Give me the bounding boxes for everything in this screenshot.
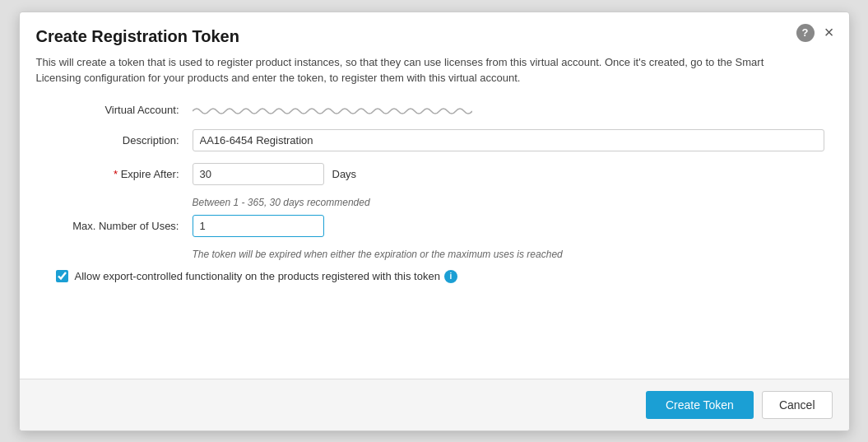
- dialog-footer: Create Token Cancel: [20, 379, 849, 430]
- create-token-button[interactable]: Create Token: [646, 391, 754, 419]
- export-controlled-info-icon[interactable]: i: [444, 270, 457, 283]
- expire-after-field: Days: [193, 163, 824, 185]
- dialog-description: This will create a token that is used to…: [36, 54, 810, 86]
- cancel-button[interactable]: Cancel: [762, 391, 833, 419]
- description-field: [193, 129, 824, 151]
- dialog-header: ? × Create Registration Token This will …: [20, 12, 849, 95]
- expire-after-row: Expire After: Days: [44, 163, 824, 185]
- expire-hint: Between 1 - 365, 30 days recommended: [193, 197, 824, 208]
- virtual-account-field: [193, 103, 824, 118]
- expire-row: Days: [193, 163, 824, 185]
- export-controlled-checkbox[interactable]: [56, 270, 68, 282]
- max-uses-input[interactable]: [193, 215, 324, 237]
- days-label: Days: [332, 168, 357, 180]
- create-registration-token-dialog: ? × Create Registration Token This will …: [19, 12, 850, 431]
- export-controlled-row: Allow export-controlled functionality on…: [56, 270, 824, 283]
- max-uses-row: Max. Number of Uses:: [44, 215, 824, 237]
- virtual-account-row: Virtual Account:: [44, 103, 824, 118]
- export-controlled-label[interactable]: Allow export-controlled functionality on…: [75, 270, 440, 282]
- expire-after-label: Expire After:: [44, 168, 193, 180]
- max-uses-label: Max. Number of Uses:: [44, 220, 193, 232]
- description-input[interactable]: [193, 129, 824, 151]
- dialog-title: Create Registration Token: [36, 27, 833, 46]
- help-icon[interactable]: ?: [796, 24, 815, 42]
- max-uses-field: [193, 215, 824, 237]
- expire-after-input[interactable]: [193, 163, 324, 185]
- virtual-account-label: Virtual Account:: [44, 104, 193, 116]
- expiry-note: The token will be expired when either th…: [193, 249, 824, 260]
- dialog-header-icons: ? ×: [796, 24, 838, 42]
- close-icon[interactable]: ×: [821, 25, 838, 41]
- description-label: Description:: [44, 134, 193, 147]
- virtual-account-squiggle-svg: [193, 103, 472, 118]
- dialog-body: Virtual Account: Description: Expire Aft…: [20, 95, 849, 379]
- description-row: Description:: [44, 129, 824, 151]
